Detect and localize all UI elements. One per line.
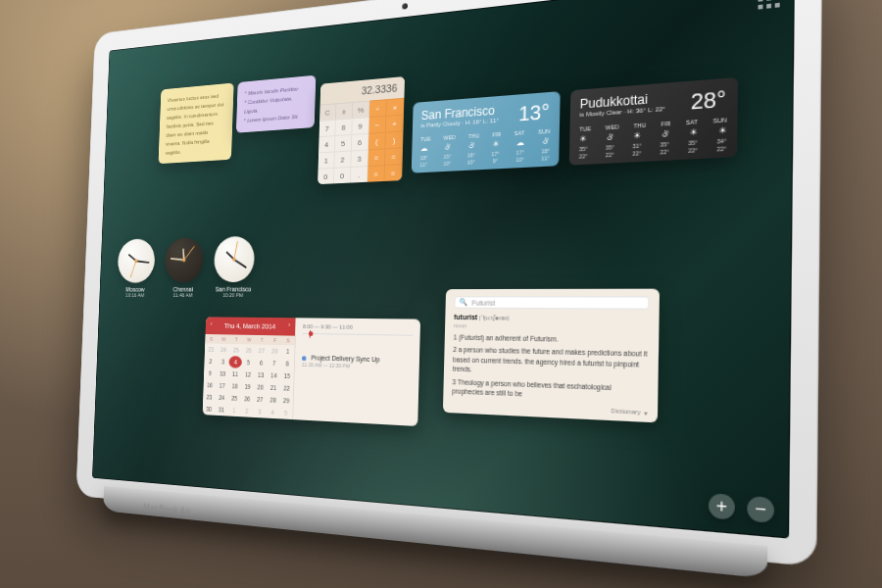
forecast-cell: ⛅︎ bbox=[661, 129, 669, 139]
cal-day[interactable]: 23 bbox=[205, 343, 218, 355]
cal-day[interactable]: 23 bbox=[203, 391, 216, 404]
weather-widget-pudukkottai[interactable]: Pudukkottai is Mostly Clear · H: 36° L: … bbox=[569, 77, 738, 166]
sticky-note-purple[interactable]: * Mauris Iaculis Porttitor. * Curabitur … bbox=[236, 75, 316, 133]
cal-day[interactable]: 1 bbox=[281, 345, 295, 358]
cal-day[interactable]: 26 bbox=[242, 344, 255, 357]
cal-day[interactable]: 31 bbox=[215, 404, 227, 416]
calc-key-5[interactable]: 5 bbox=[335, 134, 352, 152]
cal-day[interactable]: 27 bbox=[255, 344, 269, 357]
cal-day[interactable]: 11 bbox=[228, 368, 241, 380]
cal-day[interactable]: 6 bbox=[255, 357, 269, 369]
forecast-cell: ⛅︎ bbox=[467, 141, 475, 151]
calc-key-7[interactable]: 7 bbox=[319, 120, 336, 137]
calc-key-)[interactable]: ) bbox=[385, 130, 403, 148]
cal-day[interactable]: 2 bbox=[204, 355, 217, 368]
cal-day[interactable]: 5 bbox=[242, 356, 255, 368]
cal-day[interactable]: 1 bbox=[227, 404, 240, 416]
cal-day[interactable]: 17 bbox=[216, 379, 228, 392]
cal-day[interactable]: 9 bbox=[204, 368, 217, 380]
calc-key-=[interactable]: = bbox=[368, 165, 385, 182]
cal-day[interactable]: 16 bbox=[203, 379, 216, 392]
calc-key-([interactable]: ( bbox=[368, 132, 386, 150]
remove-widget-button[interactable]: − bbox=[747, 496, 774, 523]
cal-day[interactable]: 20 bbox=[254, 381, 268, 394]
calc-key-9[interactable]: 9 bbox=[352, 117, 369, 134]
weather-icon: ⛅︎ bbox=[467, 141, 475, 151]
search-icon: 🔍 bbox=[459, 298, 467, 306]
add-widget-button[interactable]: + bbox=[709, 493, 735, 520]
cal-day[interactable]: 15 bbox=[280, 369, 294, 382]
cal-day[interactable]: 3 bbox=[253, 405, 267, 417]
cal-day[interactable]: 5 bbox=[279, 407, 293, 419]
timeline-labels: 8:00 — 9:30 — 11:00 bbox=[303, 323, 413, 331]
clock-face bbox=[214, 236, 255, 282]
calc-key-0[interactable]: 0 bbox=[334, 167, 351, 183]
clock-chennai: Chennai11:46 AM bbox=[164, 237, 204, 298]
cal-day[interactable]: 25 bbox=[227, 392, 240, 405]
cal-day[interactable]: 8 bbox=[280, 358, 294, 370]
dict-source-selector[interactable]: Dictionary ▾ bbox=[452, 400, 648, 416]
cal-day[interactable]: 30 bbox=[203, 403, 216, 416]
cal-day[interactable]: 27 bbox=[253, 393, 267, 406]
cal-day[interactable]: 13 bbox=[254, 368, 268, 381]
calc-key-=[interactable]: = bbox=[384, 164, 402, 181]
weather-temp: 28° bbox=[691, 87, 726, 115]
weather-icon: ☁︎ bbox=[420, 144, 428, 153]
cal-day[interactable]: 2 bbox=[240, 405, 253, 417]
calc-key-−[interactable]: − bbox=[368, 116, 386, 133]
calc-key-=[interactable]: = bbox=[385, 147, 403, 165]
calc-key-%[interactable]: % bbox=[353, 101, 370, 119]
cal-day[interactable]: 4 bbox=[266, 406, 279, 418]
dictionary-search-input[interactable]: 🔍 Futurist bbox=[454, 296, 649, 310]
cal-day[interactable]: 29 bbox=[279, 394, 293, 407]
calc-key-3[interactable]: 3 bbox=[351, 149, 368, 167]
calc-key-4[interactable]: 4 bbox=[318, 135, 335, 152]
forecast-cell: ☁︎ bbox=[516, 138, 524, 148]
sticky-note-yellow[interactable]: Vivamus luctus eros sed urna ultricies a… bbox=[159, 82, 234, 164]
cal-day[interactable]: 26 bbox=[240, 392, 253, 405]
calc-key-0[interactable]: 0 bbox=[318, 168, 334, 184]
clock-face bbox=[118, 238, 156, 282]
event[interactable]: Project Delivery Sync Up 11:30 AM — 12:3… bbox=[302, 354, 413, 370]
weather-city: Pudukkottai bbox=[580, 86, 728, 112]
calc-key-2[interactable]: 2 bbox=[334, 150, 351, 167]
cal-day[interactable]: 19 bbox=[241, 380, 254, 393]
calc-key-1[interactable]: 1 bbox=[318, 151, 335, 168]
dictionary-widget[interactable]: 🔍 Futurist futurist |ˈfjuːtʃərɪst| noun … bbox=[443, 289, 660, 422]
cal-day[interactable]: 28 bbox=[267, 394, 280, 407]
calc-key-+[interactable]: + bbox=[386, 115, 404, 132]
calc-key-±[interactable]: ± bbox=[336, 102, 353, 120]
cal-day[interactable]: 12 bbox=[241, 368, 254, 381]
calc-key-÷[interactable]: ÷ bbox=[369, 99, 387, 117]
chevron-down-icon: ▾ bbox=[644, 409, 648, 416]
cal-day[interactable]: 24 bbox=[216, 391, 228, 404]
cal-day[interactable]: 4 bbox=[229, 356, 242, 368]
calc-key-C[interactable]: C bbox=[319, 103, 336, 121]
forecast-day: WED bbox=[443, 134, 456, 141]
cal-day[interactable]: 10 bbox=[217, 368, 229, 380]
weather-widget-sf[interactable]: San Francisco is Partly Cloudy · H: 16° … bbox=[412, 91, 561, 173]
prev-month-icon[interactable]: ‹ bbox=[211, 320, 213, 327]
cal-day[interactable]: 14 bbox=[268, 369, 281, 382]
cal-day[interactable]: 28 bbox=[268, 345, 281, 358]
forecast-day: SAT bbox=[514, 129, 525, 136]
calc-key-×[interactable]: × bbox=[386, 98, 404, 116]
cal-day[interactable]: 24 bbox=[217, 344, 229, 357]
calc-key-6[interactable]: 6 bbox=[352, 133, 369, 151]
cal-day[interactable]: 21 bbox=[267, 381, 280, 394]
dict-pronunciation: |ˈfjuːtʃərɪst| bbox=[479, 315, 510, 321]
calc-key-8[interactable]: 8 bbox=[335, 118, 352, 135]
next-month-icon[interactable]: › bbox=[288, 321, 290, 328]
clock-time: 11:46 AM bbox=[173, 292, 193, 298]
cal-day[interactable]: 3 bbox=[217, 356, 229, 368]
calendar-widget[interactable]: ‹ Thu 4, March 2014 › SMTWTFS 2324252627… bbox=[203, 317, 420, 426]
calc-key-=[interactable]: = bbox=[368, 148, 385, 166]
widgets-grid-icon[interactable] bbox=[758, 0, 779, 10]
cal-day[interactable]: 18 bbox=[228, 380, 241, 393]
calculator-widget[interactable]: 32.3336 C±%÷×789−+456()123==00.== bbox=[318, 76, 405, 184]
cal-dow: W bbox=[243, 335, 256, 345]
calc-key-.[interactable]: . bbox=[351, 166, 368, 182]
cal-day[interactable]: 7 bbox=[268, 357, 281, 369]
cal-day[interactable]: 25 bbox=[229, 344, 242, 357]
cal-day[interactable]: 22 bbox=[280, 382, 294, 395]
